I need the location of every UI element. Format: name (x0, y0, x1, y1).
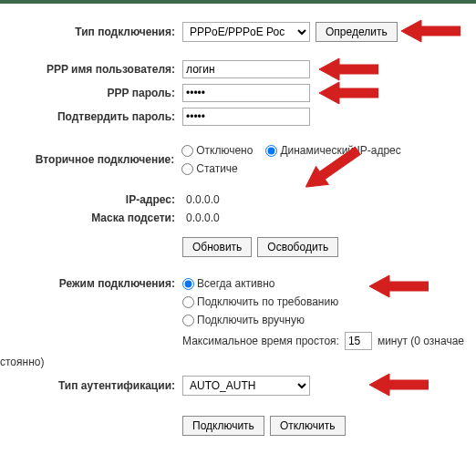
svg-marker-4 (369, 275, 429, 297)
connection-type-select[interactable]: PPPoE/PPPoE Рос (182, 22, 310, 42)
svg-marker-1 (319, 58, 378, 80)
radio-label: Всегда активно (197, 277, 274, 290)
radio-label: Отключено (196, 144, 253, 157)
radio-label: Статиче (196, 162, 238, 175)
detect-button[interactable]: Определить (316, 22, 398, 42)
ppp-confirm-label: Подтвердить пароль: (0, 110, 182, 123)
truncated-text: стоянно) (0, 356, 44, 368)
idle-time-label-prefix: Максимальное время простоя: (182, 335, 339, 347)
radio-label: Подключить по требованию (197, 295, 338, 308)
auth-type-label: Тип аутентификации: (0, 379, 182, 392)
arrow-icon (319, 57, 378, 82)
disconnect-button[interactable]: Отключить (270, 416, 346, 436)
ip-address-label: IP-адрес: (0, 193, 182, 206)
mode-manual-radio[interactable]: Подключить вручную (182, 314, 305, 326)
arrow-icon (319, 80, 378, 106)
release-button[interactable]: Освободить (257, 237, 338, 257)
subnet-mask-value: 0.0.0.0 (182, 212, 220, 224)
connection-type-label: Тип подключения: (0, 26, 182, 38)
ppp-username-label: PPP имя пользователя: (0, 63, 182, 76)
auth-type-select[interactable]: AUTO_AUTH (182, 376, 310, 396)
secondary-connection-label: Вторичное подключение: (0, 153, 181, 166)
svg-marker-5 (369, 374, 429, 396)
idle-time-label-suffix: минут (0 означае (378, 335, 464, 347)
radio-label: Динамический IP-адрес (280, 144, 400, 157)
secondary-disabled-radio[interactable]: Отключено (181, 144, 253, 157)
connection-mode-label: Режим подключения: (0, 277, 182, 290)
settings-form: Тип подключения: PPPoE/PPPoE Рос Определ… (0, 4, 476, 436)
ip-address-value: 0.0.0.0 (182, 193, 220, 206)
idle-time-input[interactable] (345, 332, 372, 350)
secondary-static-radio[interactable]: Статиче (181, 162, 238, 175)
svg-marker-2 (319, 82, 378, 104)
radio-label: Подключить вручную (197, 314, 305, 326)
connect-button[interactable]: Подключить (182, 416, 264, 436)
ppp-username-input[interactable] (182, 60, 310, 78)
ppp-password-input[interactable] (182, 84, 310, 102)
subnet-mask-label: Маска подсети: (0, 212, 182, 224)
arrow-icon (401, 18, 460, 44)
arrow-icon (369, 372, 429, 398)
secondary-dynamic-radio[interactable]: Динамический IP-адрес (265, 144, 400, 157)
ppp-password-label: PPP пароль: (0, 87, 182, 99)
mode-demand-radio[interactable]: Подключить по требованию (182, 295, 338, 308)
svg-marker-0 (401, 20, 460, 42)
ppp-confirm-input[interactable] (182, 108, 310, 126)
refresh-button[interactable]: Обновить (182, 237, 252, 257)
mode-always-radio[interactable]: Всегда активно (182, 277, 274, 290)
